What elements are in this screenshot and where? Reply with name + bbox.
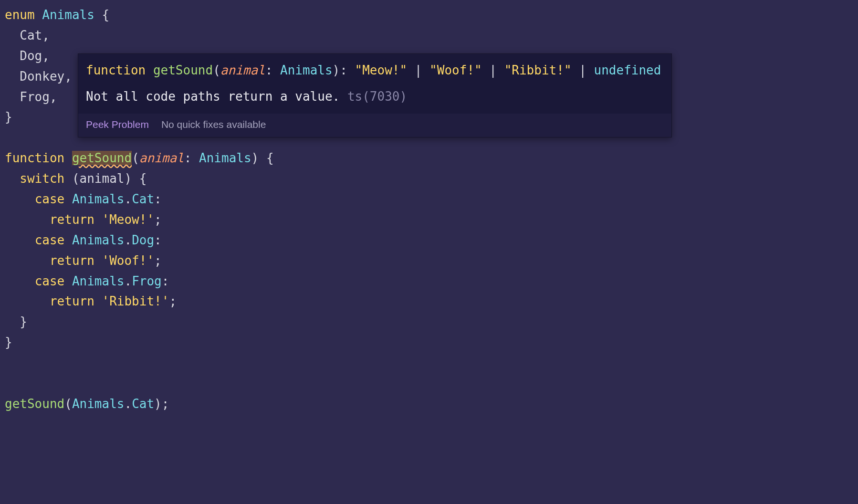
keyword-return: return <box>50 294 94 308</box>
enum-prop: Frog <box>132 274 162 288</box>
error-code: ts(7030) <box>347 89 407 104</box>
enum-prop: Cat <box>132 192 154 206</box>
function-call: getSound <box>5 397 64 411</box>
keyword-case: case <box>35 274 65 288</box>
hover-error-message: Not all code paths return a value. ts(70… <box>78 84 671 114</box>
enum-member: Dog, <box>20 49 50 63</box>
keyword-function: function <box>5 151 64 165</box>
error-text: Not all code paths return a value. <box>86 89 340 104</box>
string-literal: 'Ribbit!' <box>102 294 169 308</box>
string-literal: 'Woof!' <box>102 253 155 268</box>
param-type: Animals <box>199 151 251 165</box>
keyword-switch: switch <box>20 171 64 186</box>
keyword-enum: enum <box>5 8 35 22</box>
type-name: Animals <box>42 8 94 22</box>
keyword-case: case <box>35 233 65 247</box>
enum-member: Cat, <box>20 28 50 42</box>
function-name-error[interactable]: getSound <box>72 151 132 165</box>
enum-member: Donkey, <box>20 69 72 84</box>
hover-actions-bar: Peek Problem No quick fixes available <box>78 114 671 137</box>
peek-problem-link[interactable]: Peek Problem <box>86 116 149 133</box>
string-literal: 'Meow!' <box>102 212 155 227</box>
enum-prop: Dog <box>132 233 154 247</box>
enum-member: Frog, <box>20 90 57 104</box>
keyword-case: case <box>35 192 65 206</box>
hover-signature: function getSound(animal: Animals): "Meo… <box>78 54 671 84</box>
no-quick-fix-label: No quick fixes available <box>161 116 266 133</box>
param-name: animal <box>139 151 184 165</box>
hover-tooltip: function getSound(animal: Animals): "Meo… <box>78 53 672 137</box>
keyword-return: return <box>50 253 94 268</box>
keyword-return: return <box>50 212 94 227</box>
